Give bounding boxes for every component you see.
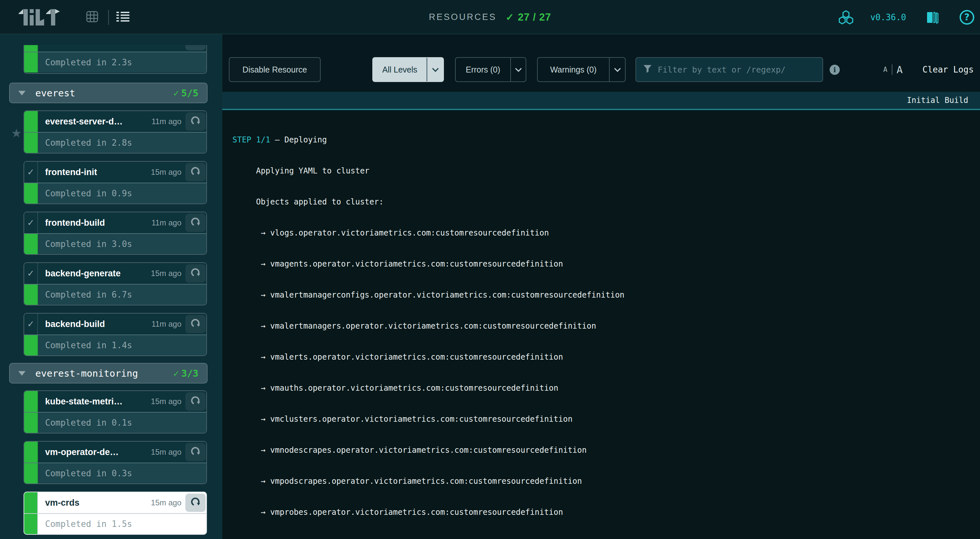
refresh-button[interactable] xyxy=(185,163,205,181)
font-size-increase-button[interactable]: A xyxy=(897,64,903,76)
sidebar-item-vm-crds[interactable]: vm-crds 15m ago Completed in 1.5s xyxy=(24,491,207,535)
errors-dropdown[interactable] xyxy=(511,58,526,81)
build-time-ago: 15m ago xyxy=(151,168,185,177)
local-status-col: ✓ xyxy=(24,212,38,233)
refresh-icon xyxy=(190,166,201,178)
build-status-bar xyxy=(24,52,38,73)
local-status-col: ✓ xyxy=(24,162,38,182)
build-detail: Completed in 0.9s xyxy=(45,189,132,198)
refresh-button[interactable] xyxy=(185,45,205,50)
warnings-dropdown[interactable] xyxy=(609,58,625,81)
check-icon: ✓ xyxy=(173,87,179,99)
version-label: v0.36.0 xyxy=(870,13,906,22)
log-output[interactable]: STEP 1/1 — Deploying Applying YAML to cl… xyxy=(222,111,980,539)
build-detail: Completed in 0.3s xyxy=(45,468,132,478)
group-status-count: ✓ 3/3 xyxy=(173,368,199,379)
build-time-ago: 15m ago xyxy=(151,269,185,278)
log-panel: Disable Resource All Levels Errors (0) W… xyxy=(222,34,980,539)
refresh-button[interactable] xyxy=(185,264,205,282)
resource-name: everest-server-d… xyxy=(45,117,123,127)
check-icon: ✓ xyxy=(173,368,179,379)
filter-input[interactable] xyxy=(658,65,811,75)
list-view-button[interactable] xyxy=(114,8,132,27)
build-detail: Completed in 3.0s xyxy=(45,239,132,249)
tilt-logo xyxy=(18,8,60,28)
refresh-button[interactable] xyxy=(185,113,205,131)
sidebar-group-everest[interactable]: everest ✓ 5/5 xyxy=(9,82,208,103)
sidebar-item-vm-operator[interactable]: vm-operator-de… 15m ago Completed in 0.3… xyxy=(24,441,207,484)
sidebar-item-partial[interactable]: Completed in 2.3s xyxy=(24,45,207,74)
clear-logs-button[interactable]: Clear Logs xyxy=(923,57,974,82)
log-line: → vmalerts.operator.victoriametrics.com:… xyxy=(232,351,980,364)
refresh-icon xyxy=(190,115,201,128)
log-line: → vmrules.operator.victoriametrics.com:c… xyxy=(232,537,980,539)
chevron-down-icon xyxy=(614,65,621,72)
refresh-button[interactable] xyxy=(185,443,205,461)
build-time-ago: 11m ago xyxy=(151,218,185,227)
sidebar-item-kube-state-metrics[interactable]: kube-state-metri… 15m ago Completed in 0… xyxy=(24,390,207,433)
refresh-button[interactable] xyxy=(185,392,205,411)
disable-resource-button[interactable]: Disable Resource xyxy=(229,57,321,82)
build-status-bar xyxy=(24,45,38,52)
warnings-filter-label[interactable]: Warnings (0) xyxy=(538,58,609,81)
font-size-controls: A A xyxy=(883,57,902,82)
build-time-ago: 15m ago xyxy=(151,397,185,406)
build-status-bar xyxy=(24,234,38,254)
build-status-bar xyxy=(24,492,38,513)
resources-label: RESOURCES xyxy=(429,12,496,22)
log-level-select[interactable]: All Levels xyxy=(372,57,444,82)
snapshots-book-icon[interactable] xyxy=(926,11,939,24)
log-line: → vmpodscrapes.operator.victoriametrics.… xyxy=(232,475,980,488)
cluster-status-icon[interactable] xyxy=(839,10,853,24)
partial-name-row xyxy=(24,45,206,52)
check-icon: ✓ xyxy=(27,167,35,178)
check-icon: ✓ xyxy=(506,11,514,23)
log-line: → vmalertmanagerconfigs.operator.victori… xyxy=(232,289,980,301)
resource-name: backend-generate xyxy=(45,268,121,279)
log-filter xyxy=(635,57,823,82)
sidebar-item-backend-build[interactable]: ✓ backend-build 11m ago Completed in 1.4… xyxy=(24,313,207,356)
font-size-decrease-button[interactable]: A xyxy=(883,66,888,73)
log-level-label[interactable]: All Levels xyxy=(373,58,427,81)
chevron-down-icon xyxy=(18,371,25,376)
resource-name: kube-state-metri… xyxy=(45,396,123,407)
sidebar-item-backend-generate[interactable]: ✓ backend-generate 15m ago Completed in … xyxy=(24,262,207,306)
build-status-bar xyxy=(24,463,38,484)
errors-filter-label[interactable]: Errors (0) xyxy=(456,58,511,81)
check-icon: ✓ xyxy=(27,319,35,329)
sidebar-item-everest-server[interactable]: everest-server-d… 11m ago Completed in 2… xyxy=(24,110,207,154)
log-level-dropdown[interactable] xyxy=(427,58,443,81)
list-view-icon xyxy=(116,12,129,23)
log-line: → vmclusters.operator.victoriametrics.co… xyxy=(232,413,980,426)
log-line: → vmauths.operator.victoriametrics.com:c… xyxy=(232,382,980,395)
group-status-count: ✓ 5/5 xyxy=(173,87,199,99)
chevron-down-icon xyxy=(515,65,522,72)
errors-filter-button[interactable]: Errors (0) xyxy=(455,57,526,82)
log-line: → vmprobes.operator.victoriametrics.com:… xyxy=(232,506,980,519)
build-time-ago: 15m ago xyxy=(151,498,185,507)
build-status-bar xyxy=(24,514,38,534)
chevron-down-icon xyxy=(432,65,439,72)
log-line: STEP 1/1 — Deploying xyxy=(232,133,980,146)
build-time-ago: 11m ago xyxy=(151,117,185,126)
resource-name: vm-crds xyxy=(45,498,80,508)
info-icon[interactable]: i xyxy=(830,65,840,75)
build-time-ago: 15m ago xyxy=(151,447,185,457)
refresh-button[interactable] xyxy=(185,214,205,232)
sidebar-group-everest-monitoring[interactable]: everest-monitoring ✓ 3/3 xyxy=(9,363,208,384)
resource-name: vm-operator-de… xyxy=(45,447,119,457)
check-icon: ✓ xyxy=(27,268,35,279)
grid-view-button[interactable] xyxy=(83,8,101,27)
sidebar-item-frontend-init[interactable]: ✓ frontend-init 15m ago Completed in 0.9… xyxy=(24,161,207,204)
log-line: → vmalertmanagers.operator.victoriametri… xyxy=(232,320,980,333)
refresh-button[interactable] xyxy=(185,315,205,333)
check-icon: ✓ xyxy=(27,217,35,228)
build-status-bar xyxy=(24,412,38,433)
refresh-button[interactable] xyxy=(185,494,205,512)
sidebar-item-frontend-build[interactable]: ✓ frontend-build 11m ago Completed in 3.… xyxy=(24,212,207,255)
build-status-bar xyxy=(24,335,38,355)
build-time-ago: 11m ago xyxy=(151,319,185,329)
warnings-filter-button[interactable]: Warnings (0) xyxy=(537,57,626,82)
help-icon[interactable]: ? xyxy=(959,10,975,25)
star-icon[interactable]: ★ xyxy=(11,127,22,140)
